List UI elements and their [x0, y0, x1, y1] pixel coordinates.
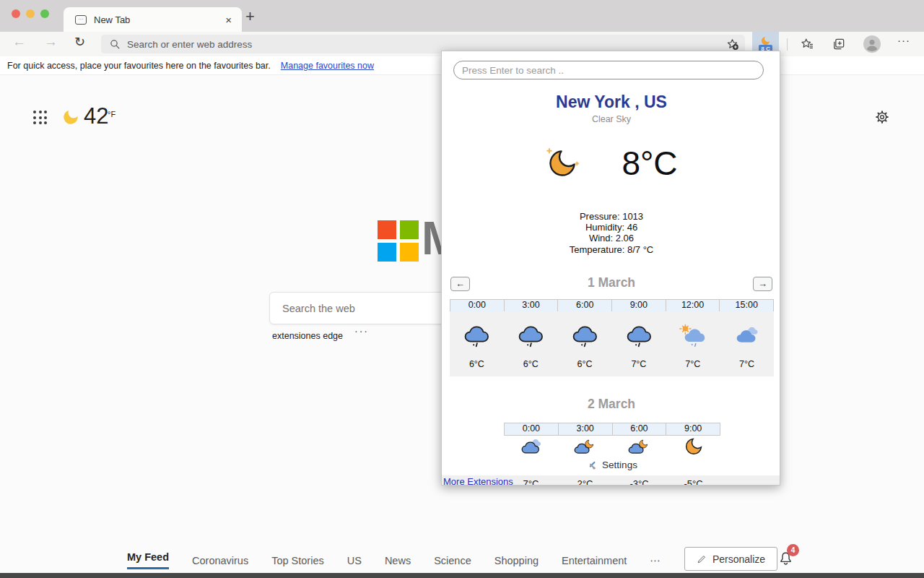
- feed-tab-science[interactable]: Science: [434, 555, 471, 566]
- rain-cloud-icon: [517, 319, 544, 355]
- day1-times-header: 0:00 3:00 6:00 9:00 12:00 15:00: [450, 299, 774, 312]
- time-cell: 15:00: [720, 300, 773, 311]
- feed-more-icon[interactable]: ⋯: [650, 555, 661, 566]
- address-placeholder: Search or enter web address: [127, 39, 725, 50]
- feed-nav: My Feed Coronavirus Top Stories US News …: [127, 551, 661, 569]
- day2-title: 2 March: [442, 397, 780, 412]
- browser-window: ··· New Tab × + ← → ↻ Search or enter we…: [0, 0, 924, 578]
- forecast-cell: 6°C: [450, 311, 504, 376]
- forecast-temp: -5°C: [666, 478, 720, 486]
- popup-condition: Clear Sky: [442, 114, 780, 124]
- settings-menu-icon[interactable]: ···: [897, 34, 910, 46]
- pencil-icon: [697, 554, 707, 564]
- detail-wind: Wind: 2.06: [442, 233, 780, 243]
- next-day-button[interactable]: →: [753, 277, 772, 291]
- zoom-window-button[interactable]: [40, 9, 49, 18]
- extensions-more-icon[interactable]: ···: [354, 325, 369, 337]
- favorites-hub-icon[interactable]: [800, 37, 814, 51]
- feed-tab-top-stories[interactable]: Top Stories: [271, 555, 324, 566]
- popup-current-weather: 8°C: [442, 144, 780, 183]
- tab-strip: ··· New Tab × +: [0, 0, 924, 32]
- minimize-window-button[interactable]: [26, 9, 35, 18]
- more-extensions-link[interactable]: More Extensions: [443, 476, 513, 486]
- reload-icon[interactable]: ↻: [74, 34, 85, 50]
- forward-icon[interactable]: →: [44, 34, 58, 50]
- day1-title: 1 March: [442, 275, 780, 290]
- time-cell: 3:00: [505, 300, 559, 311]
- feed-tab-us[interactable]: US: [347, 555, 362, 566]
- close-window-button[interactable]: [12, 9, 20, 18]
- new-tab-button[interactable]: +: [245, 7, 255, 26]
- forecast-temp: 6°C: [578, 359, 593, 369]
- tab-page-icon: ···: [75, 15, 87, 25]
- manage-favourites-link[interactable]: Manage favourites now: [281, 61, 374, 71]
- collections-icon[interactable]: [832, 37, 846, 51]
- notification-count-badge: 4: [787, 544, 799, 556]
- feed-tab-entertainment[interactable]: Entertainment: [562, 555, 627, 566]
- popup-city-search-input[interactable]: [453, 61, 764, 79]
- tools-icon: [585, 460, 597, 471]
- window-bottom-edge: [0, 573, 924, 578]
- forecast-cell: 7°C: [666, 311, 720, 376]
- ntp-weather-moon-icon[interactable]: [61, 108, 80, 129]
- apps-grid-icon[interactable]: [33, 111, 47, 124]
- personalize-label: Personalize: [712, 553, 765, 565]
- extensions-edge-label: extensiones edge: [272, 331, 343, 341]
- popup-current-temp: 8°C: [622, 144, 677, 183]
- ntp-weather-temp[interactable]: 42: [84, 103, 108, 129]
- ntp-weather-unit: °F: [108, 110, 116, 118]
- forecast-temp: 6°C: [523, 359, 539, 369]
- forecast-temp: 6°C: [469, 359, 484, 369]
- crescent-moon-icon: [545, 146, 580, 181]
- time-cell: 6:00: [558, 300, 612, 311]
- detail-pressure: Pressure: 1013: [442, 211, 780, 222]
- forecast-temp: 2°C: [558, 478, 612, 486]
- rain-cloud-icon: [463, 319, 490, 355]
- feed-tab-shopping[interactable]: Shopping: [494, 555, 539, 566]
- forecast-cell: 7°C: [720, 311, 774, 376]
- forecast-cell: 7°C: [611, 311, 666, 376]
- personalize-button[interactable]: Personalize: [684, 547, 777, 571]
- forecast-temp: 7°C: [739, 359, 754, 369]
- feed-tab-my-feed[interactable]: My Feed: [127, 551, 169, 569]
- time-cell: 12:00: [666, 300, 720, 311]
- prev-day-button[interactable]: ←: [450, 277, 470, 291]
- popup-details: Pressure: 1013 Humidity: 46 Wind: 2.06 T…: [442, 211, 780, 255]
- search-icon: [110, 39, 121, 50]
- add-favorite-star-icon[interactable]: [725, 38, 739, 51]
- popup-day-nav: ← 1 March →: [442, 275, 780, 293]
- page-settings-gear-icon[interactable]: [874, 109, 890, 128]
- microsoft-logo: [378, 220, 419, 262]
- clouds-icon: [733, 319, 761, 355]
- rain-cloud-icon: [625, 319, 653, 355]
- detail-temperature: Temperature: 8/7 °C: [442, 244, 780, 255]
- profile-avatar[interactable]: [863, 35, 881, 56]
- forecast-temp: 7°C: [504, 478, 558, 486]
- rain-cloud-icon: [571, 319, 598, 355]
- popup-settings-label: Settings: [602, 460, 637, 470]
- favorites-bar-message: For quick access, place your favourites …: [7, 61, 271, 71]
- time-cell: 0:00: [450, 300, 505, 311]
- weather-extension-popup: New York , US Clear Sky 8°C Pressure: 10…: [441, 51, 780, 486]
- forecast-temp: -3°C: [612, 478, 666, 486]
- forecast-cell: 6°C: [504, 311, 558, 376]
- forecast-temp: 7°C: [631, 359, 646, 369]
- popup-city-name: New York , US: [442, 92, 780, 112]
- forecast-cell: 6°C: [558, 311, 612, 376]
- sun-rain-cloud-icon: [679, 319, 707, 355]
- back-icon[interactable]: ←: [12, 34, 26, 50]
- popup-settings-bar[interactable]: Settings: [442, 454, 780, 475]
- toolbar-divider: [787, 38, 788, 51]
- feed-tab-coronavirus[interactable]: Coronavirus: [192, 555, 248, 566]
- tab-new-tab[interactable]: ··· New Tab ×: [64, 7, 242, 32]
- forecast-temp: 7°C: [685, 359, 700, 369]
- time-cell: 9:00: [612, 300, 666, 311]
- feed-tab-news[interactable]: News: [385, 555, 411, 566]
- tab-title: New Tab: [94, 14, 222, 25]
- day1-forecast-row: 6°C 6°C 6°C 7°C 7°C: [450, 311, 774, 376]
- detail-humidity: Humidity: 46: [442, 222, 780, 233]
- tab-close-icon[interactable]: ×: [222, 14, 235, 26]
